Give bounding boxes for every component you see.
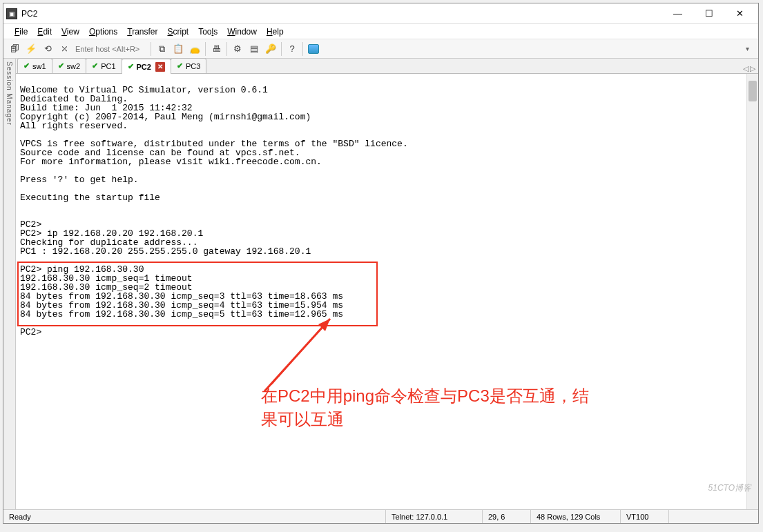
window-title: PC2	[21, 9, 662, 19]
status-size: 48 Rows, 129 Cols	[530, 510, 620, 523]
menu-tools[interactable]: Tools	[194, 26, 222, 38]
main-area: ✔sw1 ✔sw2 ✔PC1 ✔PC2✕ ✔PC3 ◁ ▷ Welcome to…	[16, 59, 758, 509]
copy-icon[interactable]: ⧉	[153, 41, 170, 57]
toolbar-divider	[226, 42, 227, 56]
tab-pc3[interactable]: ✔PC3	[171, 58, 206, 73]
menu-help[interactable]: Help	[262, 26, 288, 38]
maximize-button[interactable]: ☐	[693, 4, 724, 23]
status-term-type: VT100	[620, 510, 668, 523]
settings-icon[interactable]: ⚙	[229, 41, 246, 57]
app-icon: ▣	[6, 8, 17, 19]
key-icon[interactable]: 🔑	[262, 41, 279, 57]
statusbar: Ready Telnet: 127.0.0.1 29, 6 48 Rows, 1…	[3, 509, 758, 523]
host-input[interactable]	[73, 43, 148, 55]
menu-edit[interactable]: Edit	[33, 26, 56, 38]
session-manager-label: Session Manager	[6, 61, 13, 126]
menu-transfer[interactable]: Transfer	[123, 26, 162, 38]
options-icon[interactable]: ▤	[246, 41, 262, 57]
status-cursor-pos: 29, 6	[482, 510, 530, 523]
menu-window[interactable]: Window	[223, 26, 261, 38]
toolbar-divider	[302, 42, 303, 56]
reconnect-icon[interactable]: ⟲	[39, 41, 56, 57]
toolbar-divider	[151, 42, 151, 56]
close-tab-icon[interactable]: ✕	[155, 62, 165, 72]
tab-sw2[interactable]: ✔sw2	[52, 58, 87, 73]
status-spacer	[668, 510, 758, 523]
body: Session Manager ✔sw1 ✔sw2 ✔PC1 ✔PC2✕ ✔PC…	[3, 59, 758, 509]
close-button[interactable]: ✕	[724, 4, 755, 23]
menu-view[interactable]: View	[57, 26, 84, 38]
tab-next-icon[interactable]: ▷	[750, 64, 755, 73]
find-icon[interactable]: 👝	[186, 41, 203, 57]
quick-connect-icon[interactable]: ⚡	[23, 41, 39, 57]
annotation-box	[17, 262, 378, 326]
watermark: 51CTO博客	[708, 482, 751, 494]
status-telnet: Telnet: 127.0.0.1	[385, 510, 482, 523]
window-controls: — ☐ ✕	[662, 4, 755, 23]
tab-nav: ◁ ▷	[743, 64, 758, 73]
toolbar-divider	[281, 42, 282, 56]
toolbar-divider	[205, 42, 206, 56]
disconnect-icon[interactable]: ⤫	[56, 41, 73, 57]
menu-options[interactable]: Options	[85, 26, 122, 38]
annotation-text: 在PC2中用ping命令检查与PC3是否互通，结 果可以互通	[261, 384, 744, 431]
tabbar: ✔sw1 ✔sw2 ✔PC1 ✔PC2✕ ✔PC3 ◁ ▷	[16, 59, 758, 74]
tab-prev-icon[interactable]: ◁	[743, 64, 748, 73]
menu-file[interactable]: File	[10, 26, 32, 38]
toolbar-dropdown-icon[interactable]: ▾	[739, 41, 755, 57]
help-icon[interactable]: ?	[284, 41, 300, 57]
tab-pc2[interactable]: ✔PC2✕	[122, 59, 171, 74]
terminal-pane[interactable]: Welcome to Virtual PC Simulator, version…	[16, 74, 758, 509]
menubar: File Edit View Options Transfer Script T…	[3, 24, 758, 39]
minimize-button[interactable]: —	[662, 4, 693, 23]
print-icon[interactable]: 🖶	[208, 41, 224, 57]
check-icon: ✔	[23, 61, 30, 70]
scrollbar[interactable]	[746, 74, 758, 509]
scroll-thumb[interactable]	[748, 81, 757, 101]
menu-script[interactable]: Script	[164, 26, 193, 38]
tab-sw1[interactable]: ✔sw1	[17, 58, 52, 73]
titlebar: ▣ PC2 — ☐ ✕	[3, 3, 758, 24]
paste-icon[interactable]: 📋	[170, 41, 186, 57]
check-icon: ✔	[92, 61, 98, 70]
check-icon: ✔	[58, 61, 64, 70]
tab-pc1[interactable]: ✔PC1	[86, 58, 122, 73]
color-icon[interactable]	[305, 41, 322, 57]
session-manager-sidebar[interactable]: Session Manager	[3, 59, 16, 509]
toolbar: 🗐 ⚡ ⟲ ⤫ ⧉ 📋 👝 🖶 ⚙ ▤ 🔑 ? ▾	[3, 39, 758, 59]
check-icon: ✔	[128, 62, 134, 71]
profile-icon[interactable]: 🗐	[6, 41, 23, 57]
check-icon: ✔	[177, 61, 183, 70]
status-ready: Ready	[3, 510, 385, 523]
app-window: ▣ PC2 — ☐ ✕ File Edit View Options Trans…	[3, 3, 759, 524]
